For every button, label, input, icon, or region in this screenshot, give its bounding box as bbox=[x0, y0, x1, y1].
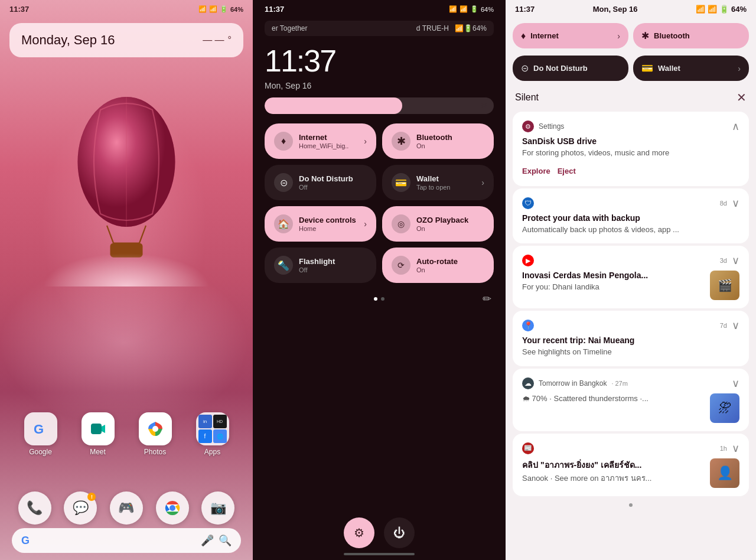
qs-tile-auto-rotate[interactable]: ⟳ Auto-rotate On bbox=[382, 248, 494, 283]
date-widget[interactable]: Monday, Sep 16 — — ° bbox=[9, 23, 243, 57]
battery-icon: 🔋 bbox=[220, 5, 228, 13]
notif-sandisk-expand[interactable]: ∧ bbox=[732, 120, 739, 133]
meet-label: Meet bbox=[90, 448, 106, 456]
notifications-list: ⚙ Settings ∧ SanDisk USB drive For stori… bbox=[506, 109, 756, 560]
qs-bluetooth-text: Bluetooth On bbox=[416, 133, 484, 149]
qs-tile-internet[interactable]: ♦ Internet Home_WiFi_big.. › bbox=[265, 123, 376, 159]
svg-marker-8 bbox=[102, 425, 105, 433]
pagination-dot-2[interactable] bbox=[381, 297, 384, 301]
qs-internet-text: Internet Home_WiFi_big.. bbox=[299, 133, 358, 149]
notif-youtube-expand[interactable]: ∨ bbox=[732, 254, 739, 267]
notif-backup-body: Automatically back up photos & videos, a… bbox=[522, 224, 739, 235]
notif-backup: 🛡 8d ∨ Protect your data with backup Aut… bbox=[513, 188, 749, 243]
qs-tile-ozo[interactable]: ◎ OZO Playback On bbox=[382, 206, 494, 242]
qs-dnd-sub: Off bbox=[299, 184, 367, 191]
notif-youtube-time: 3d bbox=[720, 257, 727, 264]
qs-pagination bbox=[369, 292, 389, 305]
app-meet[interactable]: Meet bbox=[82, 412, 115, 456]
qs-edit-button[interactable]: ✏ bbox=[483, 292, 491, 305]
brightness-slider[interactable]: ☀ bbox=[265, 97, 494, 114]
notif-weather-app-name: Tomorrow in Bangkok bbox=[539, 379, 607, 388]
notif-qs-row-2: ⊝ Do Not Disturb 💳 Wallet › bbox=[506, 51, 756, 83]
notif-qs-internet[interactable]: ♦ Internet › bbox=[513, 23, 628, 48]
qs-signal-icon: 📶 bbox=[460, 5, 468, 13]
pagination-dot-1[interactable] bbox=[374, 297, 377, 301]
home-time: 11:37 bbox=[9, 5, 29, 14]
qs-wallet-text: Wallet Tap to open bbox=[416, 174, 475, 191]
qs-wallet-sub: Tap to open bbox=[416, 184, 475, 191]
notif-sanook-body: Sanook · See more on อาภาพร นคร... bbox=[522, 473, 704, 484]
notif-sanook-body-row: คลิป "อาภาพร-ยิ่งยง" เคลียร์ชัด... Sanoo… bbox=[522, 458, 739, 488]
qs-tile-dnd[interactable]: ⊝ Do Not Disturb Off bbox=[265, 165, 376, 200]
qs-auto-rotate-text: Auto-rotate On bbox=[416, 257, 484, 274]
qs-tile-wallet[interactable]: 💳 Wallet Tap to open › bbox=[382, 165, 494, 200]
notif-qs-dnd[interactable]: ⊝ Do Not Disturb bbox=[513, 56, 628, 81]
qs-tile-device-controls[interactable]: 🏠 Device controls Home › bbox=[265, 206, 376, 242]
app-google[interactable]: G Google bbox=[24, 412, 57, 456]
app-photos[interactable]: Photos bbox=[139, 412, 172, 456]
qs-dnd-title: Do Not Disturb bbox=[299, 174, 367, 183]
google-label: Google bbox=[29, 448, 52, 456]
qs-date: Mon, Sep 16 bbox=[253, 81, 506, 93]
banner-left: er Together bbox=[272, 24, 308, 32]
notif-weather-expand[interactable]: ∨ bbox=[732, 377, 739, 390]
notif-sandisk-title: SanDisk USB drive bbox=[522, 136, 739, 146]
home-status-icons: 📶 📶 🔋 64% bbox=[198, 5, 243, 13]
notif-weather-app-row: ☁ Tomorrow in Bangkok · 27m bbox=[522, 377, 628, 389]
qs-ozo-sub: On bbox=[416, 225, 484, 232]
qs-bluetooth-sub: On bbox=[416, 142, 484, 149]
qs-internet-icon: ♦ bbox=[274, 132, 293, 151]
notif-youtube-title: Inovasi Cerdas Mesin Pengola... bbox=[522, 271, 704, 280]
notif-youtube-thumb: 🎬 bbox=[710, 271, 739, 300]
notif-explore-button[interactable]: Explore bbox=[522, 164, 550, 178]
app-apps-folder[interactable]: in HD f 🌐 Apps bbox=[196, 412, 229, 456]
notif-sanook: 📰 1h ∨ คลิป "อาภาพร-ยิ่งยง" เคลียร์ชัด..… bbox=[513, 434, 749, 496]
home-search-bar[interactable]: G 🎤 🔍 bbox=[12, 528, 241, 553]
notif-sanook-title: คลิป "อาภาพร-ยิ่งยง" เคลียร์ชัด... bbox=[522, 458, 704, 471]
qs-power-button[interactable]: ⏻ bbox=[384, 517, 415, 548]
dock-games[interactable]: 🎮 bbox=[110, 491, 143, 525]
wallpaper-balloon bbox=[0, 62, 253, 286]
qs-tile-flashlight[interactable]: 🔦 Flashlight Off bbox=[265, 248, 376, 283]
qs-flashlight-icon: 🔦 bbox=[274, 256, 293, 275]
photos-label: Photos bbox=[144, 448, 166, 456]
qs-battery-pct: 64% bbox=[481, 6, 494, 13]
qs-wallet-icon: 💳 bbox=[392, 173, 410, 192]
notif-battery-icon: 🔋 bbox=[719, 5, 729, 14]
qs-settings-button[interactable]: ⚙ bbox=[344, 517, 374, 548]
notif-sanook-expand[interactable]: ∨ bbox=[732, 442, 739, 455]
silent-close-button[interactable]: ✕ bbox=[737, 90, 747, 105]
notif-maps-title: Your recent trip: Nai Mueang bbox=[522, 336, 739, 345]
notif-maps: 📍 7d ∨ Your recent trip: Nai Mueang See … bbox=[513, 311, 749, 366]
notif-qs-wallet[interactable]: 💳 Wallet › bbox=[633, 56, 749, 81]
notif-sanook-app-icon: 📰 bbox=[522, 442, 534, 454]
notif-youtube-texts: Inovasi Cerdas Mesin Pengola... For you:… bbox=[522, 271, 704, 292]
app-row-1: G Google Meet bbox=[12, 412, 241, 456]
qs-status-bar: 11:37 📶 📶 🔋 64% bbox=[253, 0, 506, 18]
battery-percent: 64% bbox=[230, 6, 243, 13]
dock-messages[interactable]: 💬 ! bbox=[64, 491, 97, 525]
dock-chrome[interactable] bbox=[156, 491, 189, 525]
qs-time: 11:37 bbox=[265, 5, 284, 14]
search-mic-icon[interactable]: 🎤 bbox=[201, 534, 214, 547]
notif-maps-expand[interactable]: ∨ bbox=[732, 319, 739, 332]
notif-dnd-texts: Do Not Disturb bbox=[533, 64, 620, 73]
notif-qs-bluetooth[interactable]: ✱ Bluetooth bbox=[633, 23, 749, 48]
qs-bluetooth-icon: ✱ bbox=[392, 132, 410, 151]
notif-eject-button[interactable]: Eject bbox=[558, 164, 576, 178]
notif-maps-body-row: Your recent trip: Nai Mueang See highlig… bbox=[522, 336, 739, 357]
notif-backup-expand[interactable]: ∨ bbox=[732, 197, 739, 210]
dock-camera[interactable]: 📷 bbox=[201, 491, 234, 525]
notif-youtube-app-icon: ▶ bbox=[522, 255, 534, 266]
search-lens-icon[interactable]: 🔍 bbox=[219, 534, 232, 547]
qs-home-bar bbox=[344, 553, 415, 555]
qs-notif-banner: er Together d TRUE-H 📶🔋64% bbox=[265, 21, 494, 36]
svg-point-12 bbox=[170, 506, 175, 510]
notif-battery-pct: 64% bbox=[731, 5, 747, 14]
notif-maps-body: See highlights on Timeline bbox=[522, 347, 739, 357]
qs-device-controls-sub: Home bbox=[299, 225, 358, 232]
qs-tile-bluetooth[interactable]: ✱ Bluetooth On bbox=[382, 123, 494, 159]
qs-tiles-grid: ♦ Internet Home_WiFi_big.. › ✱ Bluetooth… bbox=[253, 119, 506, 288]
wifi-icon: 📶 bbox=[198, 5, 207, 13]
dock-phone[interactable]: 📞 bbox=[18, 491, 51, 525]
